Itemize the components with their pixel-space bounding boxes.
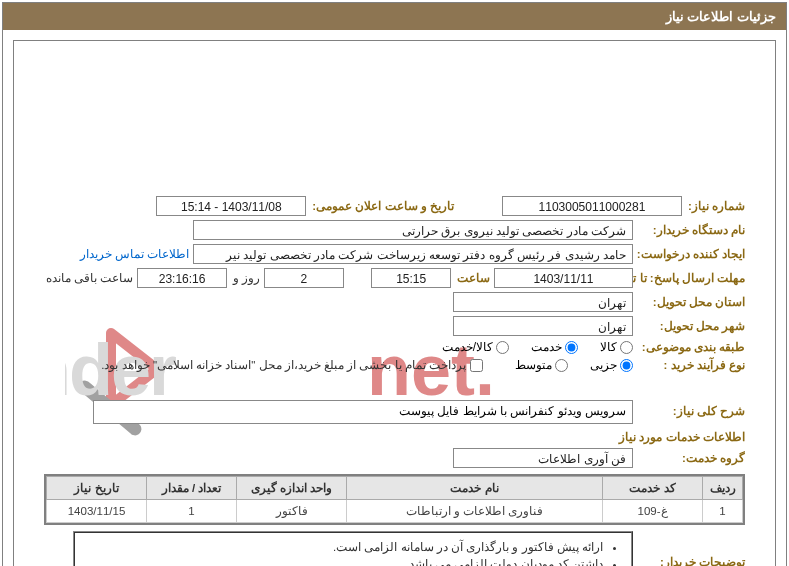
deadline-label: مهلت ارسال پاسخ: تا تاریخ: — [637, 271, 745, 285]
deadline-days: 2 — [264, 268, 344, 288]
note-item: داشتن کد مودیان دولت الزامی می باشد. — [85, 556, 603, 566]
service-table: ردیف کد خدمت نام خدمت واحد اندازه گیری ت… — [44, 474, 745, 525]
city-value: تهران — [453, 316, 633, 336]
svc-group-value: فن آوری اطلاعات — [453, 448, 633, 468]
radio-both-label: کالا/خدمت — [442, 340, 493, 354]
creator-value: حامد رشیدی فر رئیس گروه دفتر توسعه زیرسا… — [193, 244, 633, 264]
announce-value: 1403/11/08 - 15:14 — [156, 196, 306, 216]
deadline-days-label: روز و — [231, 271, 260, 285]
buyer-notes-box: ارائه پیش فاکتور و بارگذاری آن در سامانه… — [73, 531, 633, 566]
need-number-value: 1103005011000281 — [502, 196, 682, 216]
overall-value: سرویس ویدئو کنفرانس با شرایط فایل پیوست — [93, 400, 633, 424]
deadline-time-label: ساعت — [455, 271, 490, 285]
radio-medium-label: متوسط — [515, 358, 552, 372]
deadline-time: 15:15 — [371, 268, 451, 288]
contact-link[interactable]: اطلاعات تماس خریدار — [80, 247, 189, 261]
th-date: تاریخ نیاز — [47, 477, 147, 500]
td-row: 1 — [703, 500, 743, 523]
buyer-value: شرکت مادر تخصصی تولید نیروی برق حرارتی — [193, 220, 633, 240]
page-title: جزئیات اطلاعات نیاز — [3, 3, 786, 30]
note-item: ارائه پیش فاکتور و بارگذاری آن در سامانه… — [85, 539, 603, 556]
deadline-remain-label: ساعت باقی مانده — [44, 271, 133, 285]
th-row: ردیف — [703, 477, 743, 500]
th-name: نام خدمت — [347, 477, 603, 500]
th-code: کد خدمت — [603, 477, 703, 500]
treasury-note: پرداخت تمام یا بخشی از مبلغ خرید،از محل … — [101, 358, 466, 372]
radio-kala-label: کالا — [600, 340, 617, 354]
deadline-remain: 23:16:16 — [137, 268, 226, 288]
svc-group-label: گروه خدمت: — [637, 451, 745, 465]
radio-khedmat[interactable] — [565, 341, 578, 354]
td-qty: 1 — [147, 500, 237, 523]
province-value: تهران — [453, 292, 633, 312]
radio-both[interactable] — [496, 341, 509, 354]
table-row: 1 غ-109 فناوری اطلاعات و ارتباطات فاکتور… — [47, 500, 743, 523]
buyer-label: نام دستگاه خریدار: — [637, 223, 745, 237]
radio-khedmat-label: خدمت — [531, 340, 562, 354]
overall-label: شرح کلی نیاز: — [637, 400, 745, 418]
need-number-label: شماره نیاز: — [686, 199, 745, 213]
subject-group-label: طبقه بندی موضوعی: — [637, 340, 745, 354]
th-qty: تعداد / مقدار — [147, 477, 237, 500]
treasury-checkbox[interactable] — [470, 359, 483, 372]
th-unit: واحد اندازه گیری — [237, 477, 347, 500]
buy-type-label: نوع فرآیند خرید : — [637, 358, 745, 372]
deadline-date: 1403/11/11 — [494, 268, 633, 288]
city-label: شهر محل تحویل: — [637, 319, 745, 333]
radio-partial[interactable] — [620, 359, 633, 372]
svc-info-heading: اطلاعات خدمات مورد نیاز — [44, 430, 745, 444]
radio-partial-label: جزیی — [590, 358, 617, 372]
td-code: غ-109 — [603, 500, 703, 523]
radio-kala[interactable] — [620, 341, 633, 354]
td-name: فناوری اطلاعات و ارتباطات — [347, 500, 603, 523]
creator-label: ایجاد کننده درخواست: — [637, 247, 745, 261]
radio-medium[interactable] — [555, 359, 568, 372]
td-date: 1403/11/15 — [47, 500, 147, 523]
announce-label: تاریخ و ساعت اعلان عمومی: — [310, 199, 454, 213]
td-unit: فاکتور — [237, 500, 347, 523]
buyer-notes-label: توضیحات خریدار: — [637, 531, 745, 566]
province-label: استان محل تحویل: — [637, 295, 745, 309]
